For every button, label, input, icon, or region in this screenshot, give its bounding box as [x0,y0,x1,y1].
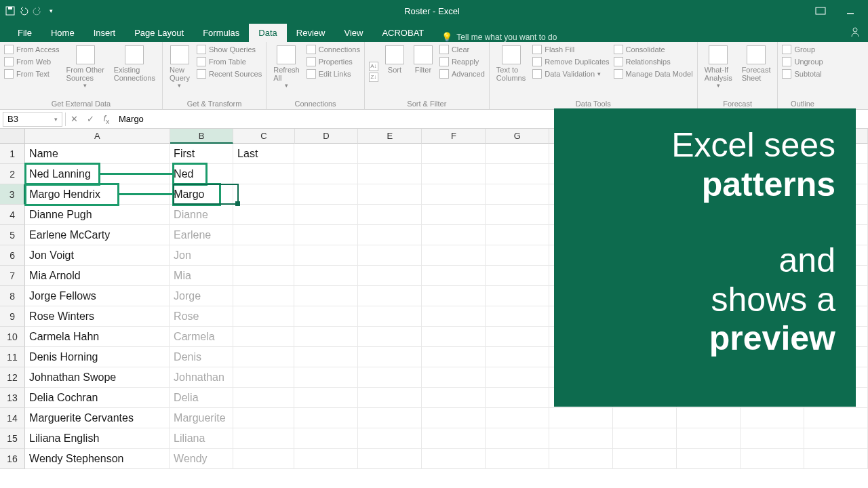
row-header-14[interactable]: 14 [0,408,25,428]
name-box[interactable]: B3 ▾ [3,112,62,127]
cell-D8[interactable] [294,286,358,306]
row-header-15[interactable]: 15 [0,428,25,449]
redo-icon[interactable] [31,5,43,17]
cell-E14[interactable] [358,408,422,428]
undo-icon[interactable] [18,5,30,17]
cell-F15[interactable] [422,428,486,449]
cell-G1[interactable] [486,144,549,164]
cell-B10[interactable]: Carmela [170,327,233,347]
row-header-16[interactable]: 16 [0,449,25,469]
cell-F7[interactable] [422,266,486,286]
cell-E7[interactable] [358,266,422,286]
cell-E6[interactable] [358,245,422,266]
cell-A5[interactable]: Earlene McCarty [25,225,170,245]
cell-A13[interactable]: Delia Cochran [25,388,170,408]
cell-H15[interactable] [549,428,613,449]
cell-L15[interactable] [804,428,868,449]
cell-B4[interactable]: Dianne [170,205,233,225]
tab-review[interactable]: Review [287,24,335,42]
cell-E1[interactable] [358,144,422,164]
reapply-button[interactable]: Reapply [439,56,485,67]
from-other-sources-button[interactable]: From OtherSources [64,44,107,99]
cell-A7[interactable]: Mia Arnold [25,266,170,286]
cell-F9[interactable] [422,306,486,327]
cell-J15[interactable] [677,428,741,449]
edit-links-button[interactable]: Edit Links [307,68,360,79]
cell-E16[interactable] [358,449,422,469]
save-icon[interactable] [4,5,16,17]
cell-G6[interactable] [486,245,549,266]
cell-B9[interactable]: Rose [170,306,233,327]
relationships-button[interactable]: Relationships [614,56,693,67]
cell-E15[interactable] [358,428,422,449]
column-header-E[interactable]: E [358,129,422,144]
cell-D6[interactable] [294,245,358,266]
cell-B2[interactable]: Ned [170,164,233,184]
cell-B5[interactable]: Earlene [170,225,233,245]
tell-me-search[interactable]: 💡 Tell me what you want to do [441,32,557,42]
cell-G12[interactable] [486,367,549,388]
cell-G13[interactable] [486,388,549,408]
cell-F13[interactable] [422,388,486,408]
from-table-button[interactable]: From Table [197,56,262,67]
column-header-C[interactable]: C [233,129,294,144]
tab-view[interactable]: View [334,24,372,42]
cell-H14[interactable] [549,408,613,428]
forecast-sheet-button[interactable]: ForecastSheet [739,44,774,99]
cell-D13[interactable] [294,388,358,408]
sort-button[interactable]: Sort [382,44,407,99]
cell-A14[interactable]: Marguerite Cervantes [25,408,170,428]
tab-data[interactable]: Data [249,24,286,42]
cell-C15[interactable] [233,428,294,449]
confirm-entry-button[interactable]: ✓ [82,114,98,124]
cell-F11[interactable] [422,347,486,367]
cell-K16[interactable] [741,449,804,469]
cell-C6[interactable] [233,245,294,266]
row-header-6[interactable]: 6 [0,245,25,266]
manage-data-model-button[interactable]: Manage Data Model [614,68,693,79]
tab-home[interactable]: Home [41,24,84,42]
cell-C10[interactable] [233,327,294,347]
cell-J16[interactable] [677,449,741,469]
cell-C7[interactable] [233,266,294,286]
cell-D12[interactable] [294,367,358,388]
cell-F2[interactable] [422,164,486,184]
tab-insert[interactable]: Insert [84,24,125,42]
column-header-F[interactable]: F [422,129,486,144]
cell-D15[interactable] [294,428,358,449]
advanced-button[interactable]: Advanced [439,68,485,79]
from-text-button[interactable]: From Text [4,68,60,79]
cell-E5[interactable] [358,225,422,245]
cell-E2[interactable] [358,164,422,184]
cell-D7[interactable] [294,266,358,286]
tab-page-layout[interactable]: Page Layout [125,24,193,42]
cell-G16[interactable] [486,449,549,469]
cell-C12[interactable] [233,367,294,388]
row-header-2[interactable]: 2 [0,164,25,184]
row-header-10[interactable]: 10 [0,327,25,347]
cell-G8[interactable] [486,286,549,306]
what-if-button[interactable]: What-IfAnalysis [702,44,735,99]
cell-D5[interactable] [294,225,358,245]
cell-F1[interactable] [422,144,486,164]
cell-F6[interactable] [422,245,486,266]
cell-C13[interactable] [233,388,294,408]
cell-L14[interactable] [804,408,868,428]
cell-F3[interactable] [422,184,486,205]
cell-B12[interactable]: Johnathan [170,367,233,388]
cell-B7[interactable]: Mia [170,266,233,286]
cell-F8[interactable] [422,286,486,306]
cell-C16[interactable] [233,449,294,469]
cell-C4[interactable] [233,205,294,225]
column-header-D[interactable]: D [295,129,359,144]
existing-connections-button[interactable]: ExistingConnections [111,44,158,99]
cell-B6[interactable]: Jon [170,245,233,266]
cell-E8[interactable] [358,286,422,306]
cell-F5[interactable] [422,225,486,245]
cell-F12[interactable] [422,367,486,388]
row-header-4[interactable]: 4 [0,205,25,225]
row-header-11[interactable]: 11 [0,347,25,367]
cell-C9[interactable] [233,306,294,327]
cell-A8[interactable]: Jorge Fellows [25,286,170,306]
remove-duplicates-button[interactable]: Remove Duplicates [532,56,609,67]
